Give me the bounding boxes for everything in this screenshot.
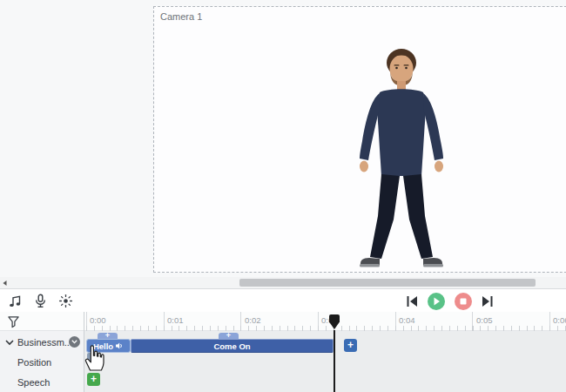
- toolbar: [0, 288, 566, 312]
- track-list: Businessm... Position Speech: [0, 331, 84, 392]
- ruler-label: 0:06: [553, 315, 566, 325]
- brightness-icon[interactable]: [57, 293, 74, 310]
- playhead-line: [334, 330, 335, 392]
- speaker-icon: [116, 342, 124, 349]
- character-sweater: [377, 89, 426, 176]
- position-clip-stub[interactable]: [87, 353, 99, 365]
- scrollbar-thumb[interactable]: [239, 279, 536, 287]
- track-name: Position: [17, 357, 51, 368]
- track-row-businessman[interactable]: Businessm...: [0, 332, 84, 352]
- chevron-down-icon: [71, 340, 77, 344]
- media-tools: [6, 289, 74, 313]
- filter-icon: [7, 315, 20, 328]
- track-row-position[interactable]: Position: [0, 352, 84, 372]
- horizontal-scrollbar[interactable]: [0, 277, 566, 288]
- play-button[interactable]: [428, 293, 445, 310]
- clip-come-on[interactable]: Come On: [131, 339, 334, 353]
- add-clip-button[interactable]: +: [344, 339, 357, 352]
- transport-controls: [406, 289, 494, 313]
- clip-hello[interactable]: Hello: [86, 339, 131, 353]
- character-face: [390, 55, 414, 83]
- camera-viewport[interactable]: Camera 1: [153, 6, 566, 273]
- track-name: Speech: [17, 377, 50, 388]
- timeline: 0:00 0:01 0:02 0:03 0:04 0:05 0:06 Busin…: [0, 312, 566, 392]
- stop-button[interactable]: [455, 293, 472, 310]
- add-speech-button[interactable]: +: [87, 373, 100, 386]
- character-pants: [370, 174, 400, 259]
- scroll-left-arrow-icon[interactable]: [2, 280, 9, 287]
- timeline-body: Businessm... Position Speech + + Hello: [0, 331, 566, 392]
- ruler-label: 0:02: [245, 315, 261, 325]
- timeline-header: 0:00 0:01 0:02 0:03 0:04 0:05 0:06: [0, 312, 566, 331]
- track-filter-button[interactable]: [0, 312, 84, 331]
- track-name: Businessm...: [17, 337, 72, 348]
- track-row-speech[interactable]: Speech: [0, 372, 84, 392]
- ruler-label: 0:00: [90, 315, 106, 325]
- stage-area: Camera 1: [0, 0, 566, 277]
- microphone-icon[interactable]: [31, 293, 49, 310]
- ruler-label: 0:04: [399, 315, 415, 325]
- camera-label: Camera 1: [160, 11, 202, 22]
- ruler-label: 0:01: [167, 315, 184, 325]
- clip-label: Come On: [213, 341, 250, 351]
- collapse-chevron-icon[interactable]: [5, 339, 14, 346]
- ruler-label: 0:05: [476, 315, 493, 325]
- character-businessman[interactable]: [327, 45, 475, 274]
- skip-to-end-button[interactable]: [482, 295, 494, 308]
- skip-to-start-button[interactable]: [406, 295, 418, 308]
- time-ruler[interactable]: 0:00 0:01 0:02 0:03 0:04 0:05 0:06: [84, 312, 566, 331]
- track-options-button[interactable]: [69, 336, 80, 348]
- clip-label: Hello: [93, 341, 113, 351]
- music-icon[interactable]: [6, 293, 24, 310]
- playhead-handle[interactable]: [328, 314, 340, 334]
